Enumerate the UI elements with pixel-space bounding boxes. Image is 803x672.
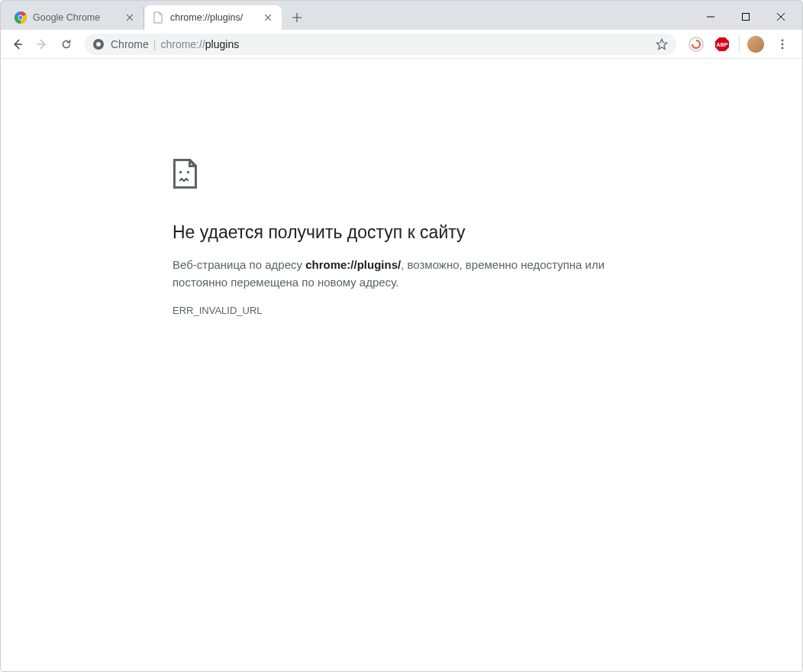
tab-google-chrome[interactable]: Google Chrome [7, 5, 144, 30]
page-favicon-icon [152, 11, 164, 24]
back-button[interactable] [7, 34, 28, 55]
svg-text:ABP: ABP [717, 42, 728, 47]
error-description: Веб-страница по адресу chrome://plugins/… [173, 257, 646, 291]
window-controls [693, 5, 798, 29]
svg-rect-22 [179, 171, 182, 173]
security-chrome-icon [92, 38, 105, 50]
close-window-button[interactable] [763, 5, 798, 29]
forward-button[interactable] [31, 34, 53, 55]
address-divider: | [153, 38, 156, 50]
toolbar: Chrome | chrome://plugins ABP [1, 30, 802, 59]
yandex-extension-icon[interactable] [687, 35, 705, 53]
svg-point-20 [782, 43, 784, 45]
close-tab-button[interactable] [262, 11, 274, 24]
tab-title: chrome://plugins/ [170, 12, 257, 23]
minimize-button[interactable] [693, 5, 728, 29]
tab-title: Google Chrome [33, 12, 119, 23]
svg-point-19 [782, 39, 784, 41]
error-title: Не удается получить доступ к сайту [173, 222, 646, 243]
error-page: Не удается получить доступ к сайту Веб-с… [173, 158, 646, 316]
svg-point-17 [689, 37, 703, 51]
svg-rect-1 [743, 14, 750, 21]
svg-rect-23 [187, 171, 189, 173]
address-bar[interactable]: Chrome | chrome://plugins [85, 34, 676, 55]
error-code: ERR_INVALID_URL [173, 305, 646, 316]
svg-point-6 [19, 16, 23, 20]
reload-button[interactable] [56, 34, 77, 55]
chrome-menu-button[interactable] [772, 34, 793, 55]
close-tab-button[interactable] [124, 11, 136, 24]
profile-avatar[interactable] [747, 36, 764, 53]
abp-extension-icon[interactable]: ABP [713, 35, 731, 53]
browser-window: Google Chrome chrome://plugins/ [0, 0, 803, 672]
url-text: chrome://plugins [160, 38, 239, 50]
new-tab-button[interactable] [286, 7, 308, 28]
page-content: Не удается получить доступ к сайту Веб-с… [1, 59, 802, 671]
maximize-button[interactable] [728, 5, 763, 29]
svg-point-21 [782, 47, 784, 49]
svg-point-16 [96, 42, 101, 47]
tabstrip: Google Chrome chrome://plugins/ [1, 1, 802, 30]
bookmark-star-icon[interactable] [655, 37, 669, 51]
sad-document-icon [173, 158, 646, 192]
scheme-label: Chrome [111, 38, 149, 50]
tab-plugins[interactable]: chrome://plugins/ [144, 5, 282, 30]
toolbar-divider [739, 37, 740, 52]
extension-icons: ABP [684, 34, 796, 55]
chrome-favicon-icon [15, 11, 27, 24]
